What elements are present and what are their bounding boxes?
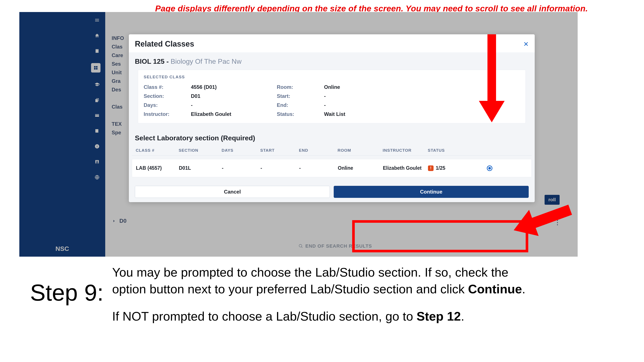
screenshot-region: NSC INFO Clas Care Ses Unit Gra Des Clas… xyxy=(19,12,578,257)
svg-rect-4 xyxy=(488,34,496,101)
kv-key: Status: xyxy=(277,111,322,117)
book-icon[interactable] xyxy=(94,127,100,134)
kv-val: Online xyxy=(324,84,393,90)
kv-val: - xyxy=(191,102,275,108)
user-icon[interactable] xyxy=(94,158,100,165)
continue-button[interactable]: Continue xyxy=(334,186,529,198)
cell-status: ! 1/25 xyxy=(428,165,462,171)
related-classes-modal: Related Classes ✕ BIOL 125 - Biology Of … xyxy=(129,34,535,202)
cell-classnum: LAB (4557) xyxy=(136,165,179,171)
col-header: ROOM xyxy=(338,148,383,153)
kv-key: Room: xyxy=(277,84,322,90)
modal-title: Related Classes xyxy=(135,39,194,48)
svg-marker-5 xyxy=(479,101,505,122)
brand-logo: NSC xyxy=(56,245,69,252)
kv-key: Section: xyxy=(144,93,189,99)
annotation-arrow-down-icon xyxy=(479,34,505,127)
col-header: START xyxy=(260,148,299,153)
col-header: INSTRUCTOR xyxy=(383,148,428,153)
step-instructions: Step 9: You may be prompted to choose th… xyxy=(30,264,618,325)
bg-row-label: D0 xyxy=(120,218,126,224)
classes-icon[interactable] xyxy=(91,63,100,72)
kv-val: - xyxy=(324,93,393,99)
home-icon[interactable] xyxy=(94,32,100,39)
credit-card-icon[interactable] xyxy=(94,112,100,119)
annotation-arrow-left-icon xyxy=(505,201,573,248)
kv-key: Days: xyxy=(144,102,189,108)
cell-instructor: Elizabeth Goulet xyxy=(383,165,428,171)
kv-val: Elizabeth Goulet xyxy=(191,111,275,117)
kv-key: Class #: xyxy=(144,84,189,90)
step-paragraph-2: If NOT prompted to choose a Lab/Studio s… xyxy=(112,308,542,325)
step-label: Step 9: xyxy=(30,281,104,304)
kv-key: Instructor: xyxy=(144,111,189,117)
lab-radio-button[interactable] xyxy=(487,165,492,171)
course-code: BIOL 125 - xyxy=(135,57,171,65)
col-header: DAYS xyxy=(222,148,260,153)
status-count: 1/25 xyxy=(436,165,445,171)
cell-start: - xyxy=(260,165,299,171)
copy-icon[interactable] xyxy=(94,97,100,103)
kv-val: D01 xyxy=(191,93,275,99)
selected-class-details: Class #:4556 (D01) Room:Online Section:D… xyxy=(144,84,520,117)
svg-point-3 xyxy=(299,244,302,247)
menu-icon[interactable] xyxy=(94,17,100,23)
kv-val: - xyxy=(324,102,393,108)
select-lab-title: Select Laboratory section (Required) xyxy=(132,134,532,142)
svg-marker-7 xyxy=(509,210,538,243)
course-name: Biology Of The Pac Nw xyxy=(171,57,242,65)
cancel-button[interactable]: Cancel xyxy=(135,186,330,198)
svg-point-1 xyxy=(96,161,98,162)
waitlist-badge-icon: ! xyxy=(428,165,434,171)
info-icon[interactable] xyxy=(94,143,100,150)
lab-section-row[interactable]: LAB (4557) D01L - - - Online Elizabeth G… xyxy=(132,159,532,177)
kv-key: Start: xyxy=(277,93,322,99)
cell-end: - xyxy=(299,165,338,171)
col-header: STATUS xyxy=(428,148,462,153)
cell-days: - xyxy=(222,165,260,171)
end-of-results: END OF SEARCH RESULTS xyxy=(298,243,372,249)
kv-key: End: xyxy=(277,102,322,108)
selected-class-label: SELECTED CLASS xyxy=(144,75,520,79)
globe-icon[interactable] xyxy=(94,174,100,181)
step-paragraph-1: You may be prompted to choose the Lab/St… xyxy=(112,264,542,298)
cell-room: Online xyxy=(338,165,383,171)
col-header: SECTION xyxy=(179,148,222,153)
bg-expand-row[interactable]: D0 xyxy=(112,218,126,224)
cell-section: D01L xyxy=(179,165,222,171)
kv-val: Wait List xyxy=(324,111,393,117)
nav-sidebar: NSC xyxy=(19,12,105,257)
graduation-icon[interactable] xyxy=(94,81,100,88)
col-header: END xyxy=(299,148,338,153)
lab-table-header: CLASS # SECTION DAYS START END ROOM INST… xyxy=(132,145,532,156)
calendar-icon[interactable] xyxy=(94,48,100,54)
col-header: CLASS # xyxy=(136,148,179,153)
close-icon[interactable]: ✕ xyxy=(523,40,529,48)
kv-val: 4556 (D01) xyxy=(191,84,275,90)
